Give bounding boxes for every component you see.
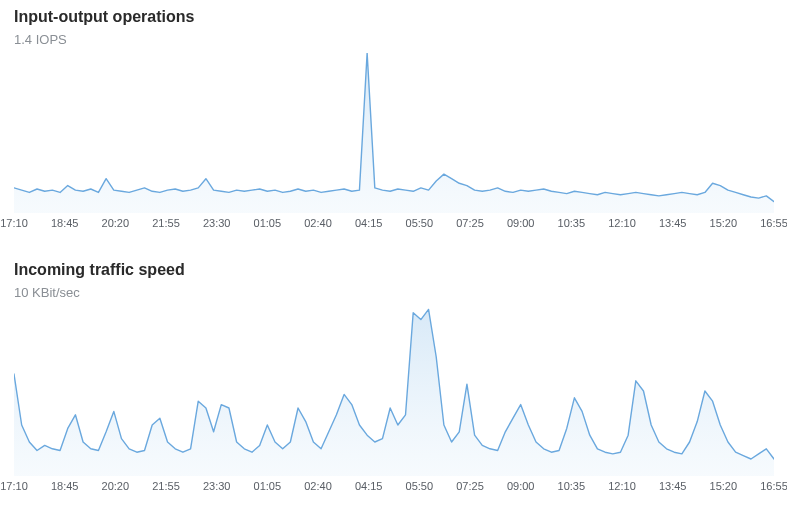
traffic-title: Incoming traffic speed [14,261,773,279]
x-tick-label: 04:15 [355,480,383,492]
x-tick-label: 17:10 [0,217,28,229]
x-tick-label: 10:35 [558,217,586,229]
x-tick-label: 20:20 [102,217,130,229]
iops-x-axis: 17:1018:4520:2021:5523:3001:0502:4004:15… [14,217,774,235]
iops-title: Input-output operations [14,8,773,26]
x-tick-label: 18:45 [51,217,79,229]
x-tick-label: 07:25 [456,480,484,492]
x-tick-label: 12:10 [608,480,636,492]
x-tick-label: 09:00 [507,217,535,229]
x-tick-label: 13:45 [659,217,687,229]
x-tick-label: 13:45 [659,480,687,492]
x-tick-label: 02:40 [304,217,332,229]
iops-subtitle: 1.4 IOPS [14,32,773,47]
x-tick-label: 01:05 [254,217,282,229]
traffic-chart [14,306,774,476]
traffic-panel: Incoming traffic speed 10 KBit/sec 17:10… [0,253,787,498]
iops-panel: Input-output operations 1.4 IOPS 17:1018… [0,0,787,235]
x-tick-label: 20:20 [102,480,130,492]
traffic-x-axis: 17:1018:4520:2021:5523:3001:0502:4004:15… [14,480,774,498]
x-tick-label: 02:40 [304,480,332,492]
x-tick-label: 18:45 [51,480,79,492]
x-tick-label: 23:30 [203,217,231,229]
x-tick-label: 07:25 [456,217,484,229]
x-tick-label: 17:10 [0,480,28,492]
x-tick-label: 09:00 [507,480,535,492]
x-tick-label: 01:05 [254,480,282,492]
x-tick-label: 05:50 [406,480,434,492]
x-tick-label: 12:10 [608,217,636,229]
iops-chart [14,53,774,213]
x-tick-label: 04:15 [355,217,383,229]
x-tick-label: 05:50 [406,217,434,229]
x-tick-label: 16:55 [760,217,787,229]
x-tick-label: 21:55 [152,480,180,492]
x-tick-label: 15:20 [710,480,738,492]
x-tick-label: 16:55 [760,480,787,492]
x-tick-label: 15:20 [710,217,738,229]
x-tick-label: 23:30 [203,480,231,492]
x-tick-label: 21:55 [152,217,180,229]
traffic-subtitle: 10 KBit/sec [14,285,773,300]
x-tick-label: 10:35 [558,480,586,492]
